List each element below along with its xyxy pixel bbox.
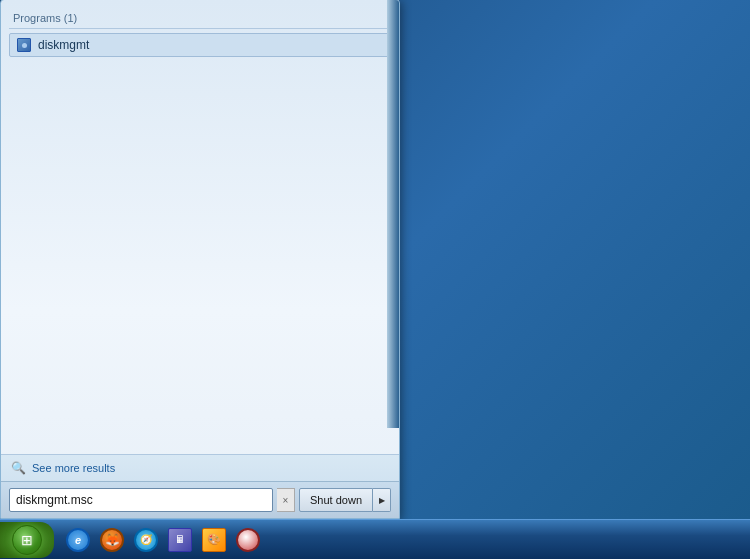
ie-icon: e [66,528,90,552]
taskbar-icons: e 🦊 🧭 🖩 🎨 [62,524,264,556]
firefox-taskbar-icon[interactable]: 🦊 [96,524,128,556]
program-item-label: diskmgmt [38,38,89,52]
disk-management-icon [16,37,32,53]
taskbar: ⊞ e 🦊 🧭 🖩 🎨 [0,519,750,559]
search-clear-button[interactable]: × [277,488,295,512]
start-orb: ⊞ [12,525,42,555]
calculator-taskbar-icon[interactable]: 🖩 [164,524,196,556]
internet-explorer-taskbar-icon[interactable]: e [62,524,94,556]
results-area [9,57,391,454]
scrollbar[interactable] [387,0,399,428]
search-input[interactable] [9,488,273,512]
start-menu-bottom: 🔍 See more results × Shut down ▶ [1,454,399,518]
programs-header: Programs (1) [9,8,391,29]
program-item-diskmgmt[interactable]: diskmgmt [9,33,391,57]
see-more-results-link[interactable]: 🔍 See more results [1,455,399,481]
search-small-icon: 🔍 [11,461,26,475]
disk-icon-graphic [17,38,31,52]
shutdown-arrow-button[interactable]: ▶ [373,488,391,512]
windows-logo-icon: ⊞ [21,532,33,548]
search-bar: × Shut down ▶ [1,481,399,518]
ball-taskbar-icon[interactable] [232,524,264,556]
paint-icon: 🎨 [202,528,226,552]
ball-icon [236,528,260,552]
shutdown-button[interactable]: Shut down [299,488,373,512]
start-button[interactable]: ⊞ [0,522,54,558]
calculator-icon: 🖩 [168,528,192,552]
start-menu-main: Programs (1) diskmgmt [1,0,399,454]
safari-taskbar-icon[interactable]: 🧭 [130,524,162,556]
see-more-results-label: See more results [32,462,115,474]
firefox-icon: 🦊 [100,528,124,552]
shutdown-group: Shut down ▶ [299,488,391,512]
start-menu: Programs (1) diskmgmt 🔍 See more results… [0,0,400,519]
safari-icon: 🧭 [134,528,158,552]
paint-taskbar-icon[interactable]: 🎨 [198,524,230,556]
